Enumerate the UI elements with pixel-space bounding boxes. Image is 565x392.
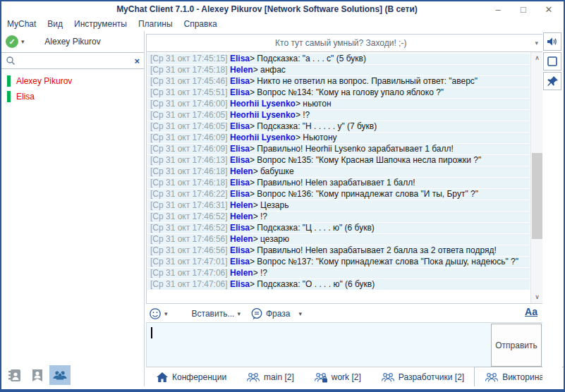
menu-item[interactable]: MyChat <box>7 19 36 29</box>
conference-tabbar: Конференции main [2] work [2] <box>146 367 564 386</box>
user-list: Alexey Pikurov Elisa <box>1 69 144 104</box>
menu-item[interactable]: Справка <box>184 19 217 29</box>
people-group-lock-icon <box>314 372 328 383</box>
conference-topic: Кто тут самый умный? Заходи! ;-) <box>147 38 535 48</box>
message-separator: > <box>250 189 255 199</box>
message-text: анфас <box>260 65 286 75</box>
message-text: Вопрос №134: "Кому на голову упало яблок… <box>257 87 444 97</box>
message-username: Elisa <box>230 245 250 255</box>
user-list-item[interactable]: Elisa <box>1 89 144 104</box>
chat-message: [Ср 31 окт 17:47:06] Helen> !? <box>147 268 530 278</box>
message-timestamp: [Ср 31 окт 17:46:18] <box>150 166 228 176</box>
chat-message: [Ср 31 окт 17:46:22] Elisa> Вопрос №136:… <box>147 189 530 200</box>
close-button[interactable]: ✕ <box>541 4 557 15</box>
message-username: Elisa <box>230 76 250 86</box>
message-separator: > <box>250 144 255 154</box>
chat-message: [Ср 31 окт 17:46:18] Helen> бабушке <box>147 166 530 177</box>
message-separator: > <box>253 268 258 278</box>
pin-button[interactable] <box>543 72 561 90</box>
presence-bar-icon <box>7 75 11 87</box>
sound-button[interactable] <box>543 32 561 51</box>
menu-item[interactable]: Плагины <box>138 19 173 29</box>
message-username: Elisa <box>230 257 250 267</box>
emoticon-dropdown-caret[interactable]: ▾ <box>164 310 168 317</box>
message-timestamp: [Ср 31 окт 17:47:06] <box>150 268 228 278</box>
scroll-up-icon[interactable]: ∧ <box>531 52 543 64</box>
online-status-icon[interactable]: ✓ <box>6 35 18 48</box>
conference-tab[interactable]: main [2] <box>236 368 304 386</box>
message-username: Helen <box>230 234 253 244</box>
message-username: Heorhii Lysenko <box>230 110 296 120</box>
message-separator: > <box>250 155 255 165</box>
message-text: Подсказка: "а . . . с" (5 букв) <box>257 54 366 63</box>
search-clear-icon[interactable]: × <box>134 56 140 66</box>
menu-item[interactable]: Вид <box>47 19 63 29</box>
send-button[interactable]: Отправить <box>491 324 542 367</box>
insert-button[interactable]: Вставить... ▾ <box>178 307 241 320</box>
message-separator: > <box>250 178 255 188</box>
message-separator: > <box>250 76 255 86</box>
message-text: Цезарь <box>260 200 288 210</box>
contact-search-row: × <box>1 52 144 69</box>
scroll-down-icon[interactable]: ∨ <box>531 291 543 303</box>
phrase-button[interactable]: Фраза ▾ <box>250 307 302 320</box>
chat-message: [Ср 31 окт 17:47:06] Elisa> Подсказка: "… <box>147 279 530 290</box>
menubar: MyChat Вид Инструменты Плагины Справка <box>1 17 564 31</box>
smiley-icon <box>149 307 162 320</box>
speaker-icon <box>546 35 559 48</box>
user-list-name: Elisa <box>16 92 35 102</box>
chat-history-panel[interactable]: [Ср 31 окт 17:45:15] Elisa> Подсказка: "… <box>146 52 543 304</box>
conference-tab-label: Конференции <box>172 372 226 382</box>
message-username: Helen <box>230 65 253 75</box>
panel-toggle-button[interactable] <box>543 52 561 71</box>
message-timestamp: [Ср 31 окт 17:46:31] <box>150 200 228 210</box>
conferences-button[interactable] <box>49 365 71 385</box>
conference-tab[interactable]: Конференции <box>146 368 236 386</box>
chat-message: [Ср 31 окт 17:46:31] Helen> Цезарь <box>147 200 530 211</box>
insert-dropdown-caret[interactable]: ▾ <box>237 310 241 317</box>
profile-button[interactable] <box>27 365 48 385</box>
chat-scrollbar[interactable]: ∧ ∨ <box>530 52 542 303</box>
message-timestamp: [Ср 31 окт 17:46:52] <box>150 212 228 221</box>
message-text: Вопрос №135: "Кому Красная Шапочка несла… <box>257 155 481 165</box>
menu-item[interactable]: Инструменты <box>74 19 127 29</box>
message-separator: > <box>253 166 258 176</box>
chat-message: [Ср 31 окт 17:46:09] Heorhii Lysenko> Нь… <box>147 133 530 143</box>
message-timestamp: [Ср 31 окт 17:46:13] <box>150 155 228 165</box>
message-text: Подсказка: "О . . . . ю" (6 букв) <box>257 279 375 289</box>
search-input[interactable] <box>18 56 131 66</box>
message-username: Elisa <box>230 155 250 165</box>
conference-tab[interactable]: Разработчики [2] <box>371 368 474 386</box>
message-timestamp: [Ср 31 окт 17:46:22] <box>150 189 228 199</box>
search-icon <box>6 56 16 66</box>
font-settings-button[interactable]: Aa <box>525 306 537 317</box>
maximize-button[interactable]: □ <box>516 4 531 15</box>
minimize-button[interactable]: – <box>490 4 506 15</box>
message-timestamp: [Ср 31 окт 17:45:18] <box>150 65 228 75</box>
message-username: Elisa <box>230 189 250 199</box>
message-separator: > <box>253 212 258 221</box>
user-list-item[interactable]: Alexey Pikurov <box>1 73 144 89</box>
message-separator: > <box>250 54 255 63</box>
phrase-dropdown-caret[interactable]: ▾ <box>298 310 302 317</box>
message-text: Ньютону <box>303 133 336 142</box>
message-username: Helen <box>230 212 253 221</box>
message-timestamp: [Ср 31 окт 17:45:15] <box>150 54 228 63</box>
message-text: ньютон <box>303 99 331 109</box>
contacts-book-button[interactable] <box>4 365 25 385</box>
message-input-area[interactable]: Отправить <box>146 322 543 368</box>
topic-bar: Кто тут самый умный? Заходи! ;-) ▾ <box>146 34 543 52</box>
message-separator: > <box>296 133 300 142</box>
message-timestamp: [Ср 31 окт 17:45:46] <box>150 76 228 86</box>
status-dropdown-caret[interactable]: ▾ <box>21 38 25 45</box>
message-separator: > <box>253 234 258 244</box>
message-text: Подсказка: "Н . . . . . у" (7 букв) <box>257 121 377 131</box>
message-separator: > <box>253 65 258 75</box>
conference-tab[interactable]: work [2] <box>304 368 371 386</box>
chat-message: [Ср 31 окт 17:46:00] Heorhii Lysenko> нь… <box>147 99 530 109</box>
address-book-icon <box>7 367 23 383</box>
emoticon-button[interactable]: ▾ <box>149 307 168 320</box>
topic-dropdown-caret[interactable]: ▾ <box>535 39 542 47</box>
scrollbar-thumb[interactable] <box>532 153 542 239</box>
empty-square-icon <box>547 56 557 66</box>
